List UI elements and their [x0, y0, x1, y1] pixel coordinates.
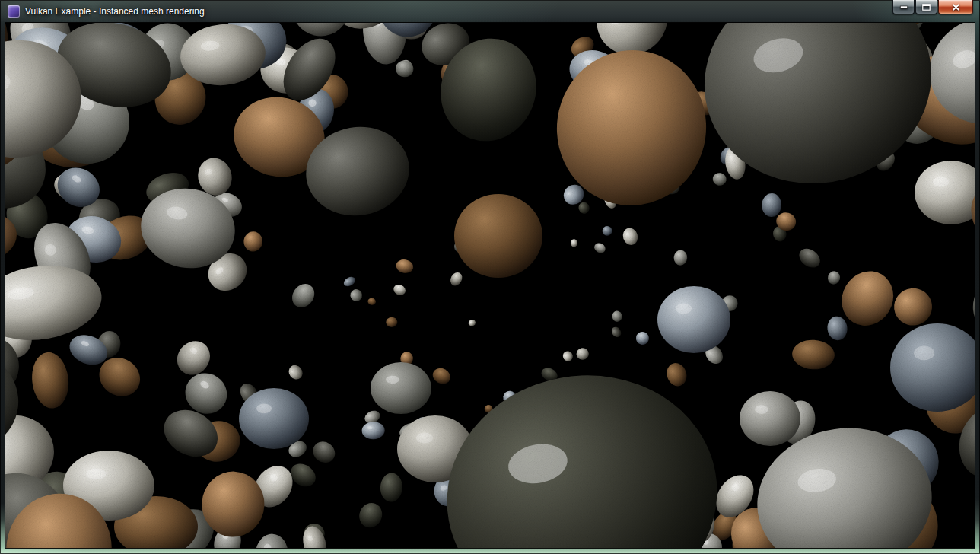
app-icon: [8, 5, 20, 18]
asteroid-field-scene: [5, 23, 975, 548]
titlebar[interactable]: Vulkan Example - Instanced mesh renderin…: [0, 0, 980, 23]
window-controls: [892, 0, 973, 14]
maximize-icon: [922, 4, 931, 11]
app-window: Vulkan Example - Instanced mesh renderin…: [0, 0, 980, 554]
close-button[interactable]: [938, 0, 973, 14]
render-viewport[interactable]: [5, 23, 975, 548]
texture-grain-overlay: [5, 23, 975, 548]
window-title: Vulkan Example - Instanced mesh renderin…: [25, 7, 205, 16]
close-icon: [952, 4, 960, 11]
minimize-button[interactable]: [892, 0, 915, 14]
maximize-button[interactable]: [915, 0, 937, 14]
minimize-icon: [900, 5, 908, 9]
